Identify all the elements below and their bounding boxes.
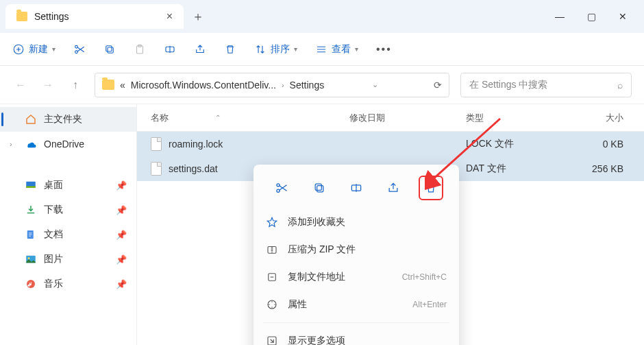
separator: [263, 322, 449, 323]
plus-circle-icon: [12, 43, 25, 56]
pin-icon: 📌: [116, 180, 127, 191]
chevron-right-icon: ›: [10, 140, 18, 148]
link-icon: [266, 271, 278, 283]
sidebar-item-music[interactable]: 音乐 📌: [0, 272, 136, 296]
close-tab-icon[interactable]: ×: [166, 10, 173, 23]
table-row[interactable]: roaming.lock LOCK 文件 0 KB: [137, 132, 644, 156]
pin-icon: 📌: [116, 205, 127, 215]
column-type[interactable]: 类型: [466, 112, 562, 124]
trash-icon: [424, 181, 438, 195]
ctx-properties[interactable]: 属性 Alt+Enter: [253, 291, 459, 318]
share-icon: [194, 43, 206, 56]
ctx-copy-path[interactable]: 复制文件地址 Ctrl+Shift+C: [253, 263, 459, 291]
up-button[interactable]: ↑: [67, 77, 84, 93]
ctx-share-button[interactable]: [381, 176, 406, 200]
svg-rect-3: [108, 47, 113, 53]
title-bar: Settings × ＋ — ▢ ✕: [0, 0, 644, 33]
sidebar-item-onedrive[interactable]: › OneDrive: [0, 132, 136, 156]
paste-icon: [134, 43, 146, 56]
svg-point-2: [75, 50, 78, 53]
star-icon: [266, 216, 278, 228]
ctx-more-options[interactable]: 显示更多选项: [253, 327, 459, 345]
file-type: DAT 文件: [466, 163, 562, 175]
home-icon: [25, 113, 37, 126]
folder-icon: [16, 12, 27, 21]
forward-button[interactable]: →: [40, 77, 56, 93]
sidebar-item-documents[interactable]: 文档 📌: [0, 222, 136, 247]
path-box[interactable]: « Microsoft.Windows.ContentDeliv... › Se…: [95, 73, 449, 97]
paste-button[interactable]: [134, 43, 146, 56]
zip-icon: [266, 243, 278, 256]
ctx-delete-button[interactable]: [419, 176, 443, 200]
file-size: 0 KB: [562, 139, 623, 150]
svg-point-1: [75, 45, 78, 48]
file-name: roaming.lock: [169, 139, 349, 150]
refresh-button[interactable]: ⟳: [434, 80, 442, 91]
more-icon: [266, 335, 278, 345]
column-name[interactable]: 名称⌃: [151, 112, 349, 124]
more-icon: •••: [376, 43, 392, 56]
more-button[interactable]: •••: [376, 43, 392, 56]
ctx-copy-button[interactable]: [307, 176, 332, 200]
column-size[interactable]: 大小: [562, 112, 623, 124]
view-icon: [315, 43, 327, 56]
new-tab-button[interactable]: ＋: [192, 8, 204, 25]
sort-button[interactable]: 排序 ▾: [254, 43, 297, 56]
close-button[interactable]: ✕: [607, 3, 639, 30]
breadcrumb-prefix: «: [120, 80, 125, 91]
toolbar: 新建 ▾ 排序 ▾ 查看 ▾ •••: [0, 33, 644, 66]
search-icon: ⌕: [617, 80, 623, 91]
scissors-icon: [73, 43, 86, 56]
breadcrumb-item[interactable]: Microsoft.Windows.ContentDeliv...: [131, 80, 276, 91]
cut-button[interactable]: [73, 43, 86, 56]
ctx-rename-button[interactable]: [344, 176, 369, 200]
search-placeholder: 在 Settings 中搜索: [469, 79, 617, 91]
search-input[interactable]: 在 Settings 中搜索 ⌕: [460, 73, 632, 97]
pin-icon: 📌: [116, 279, 127, 289]
svg-point-12: [28, 257, 30, 259]
minimize-button[interactable]: —: [544, 3, 575, 30]
rename-button[interactable]: [164, 43, 176, 56]
new-button[interactable]: 新建 ▾: [12, 43, 55, 56]
breadcrumb-item[interactable]: Settings: [290, 80, 325, 91]
column-headers: 名称⌃ 修改日期 类型 大小: [137, 104, 644, 132]
svg-point-15: [277, 189, 280, 192]
pin-icon: 📌: [116, 230, 127, 240]
chevron-down-icon: ▾: [52, 45, 55, 53]
svg-rect-16: [317, 186, 323, 192]
ctx-favorite[interactable]: 添加到收藏夹: [253, 209, 459, 236]
ctx-zip[interactable]: 压缩为 ZIP 文件: [253, 236, 459, 263]
desktop-icon: [25, 179, 37, 191]
pictures-icon: [25, 253, 37, 265]
download-icon: [25, 204, 37, 216]
back-button[interactable]: ←: [12, 77, 29, 93]
onedrive-icon: [25, 138, 37, 150]
address-bar: ← → ↑ « Microsoft.Windows.ContentDeliv..…: [0, 66, 644, 104]
svg-rect-9: [26, 187, 36, 188]
delete-button[interactable]: [224, 43, 236, 56]
svg-rect-4: [106, 45, 112, 51]
view-button[interactable]: 查看 ▾: [315, 43, 358, 56]
properties-icon: [266, 298, 278, 311]
sidebar-item-pictures[interactable]: 图片 📌: [0, 247, 136, 272]
tab-settings[interactable]: Settings ×: [5, 4, 184, 29]
column-date[interactable]: 修改日期: [349, 112, 466, 124]
file-type: LOCK 文件: [466, 138, 562, 150]
ctx-cut-button[interactable]: [269, 176, 294, 200]
context-menu: 添加到收藏夹 压缩为 ZIP 文件 复制文件地址 Ctrl+Shift+C 属性…: [253, 165, 459, 345]
file-icon: [151, 162, 162, 176]
tab-title: Settings: [34, 11, 160, 22]
sidebar-item-downloads[interactable]: 下载 📌: [0, 198, 136, 222]
copy-button[interactable]: [103, 43, 116, 56]
share-button[interactable]: [194, 43, 206, 56]
sidebar-item-home[interactable]: 主文件夹: [0, 107, 136, 132]
chevron-down-icon[interactable]: ⌄: [372, 80, 378, 89]
maximize-button[interactable]: ▢: [575, 3, 607, 30]
sidebar: 主文件夹 › OneDrive 桌面 📌 下载 📌 文档 📌: [0, 104, 137, 345]
sidebar-item-desktop[interactable]: 桌面 📌: [0, 173, 136, 198]
file-icon: [151, 137, 162, 151]
sort-asc-icon: ⌃: [215, 114, 221, 121]
documents-icon: [25, 228, 37, 241]
svg-rect-17: [315, 184, 321, 190]
chevron-right-icon: ›: [282, 81, 284, 89]
